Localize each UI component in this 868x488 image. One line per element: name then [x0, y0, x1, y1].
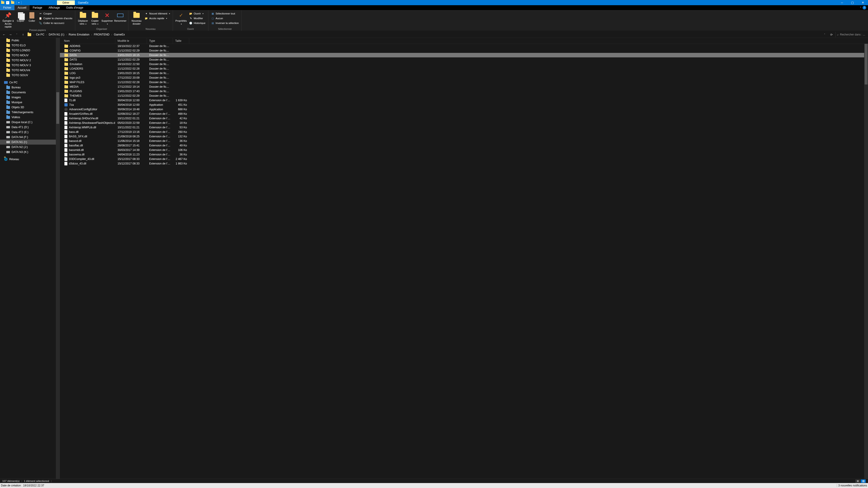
breadcrumb-segment[interactable]: FRONTEND: [93, 33, 110, 36]
file-row[interactable]: DATS11/12/2022 02:29Dossier de fichiers: [60, 57, 868, 62]
breadcrumb[interactable]: › Ce PC› DATA N1 (I:)› Roms Emulation› F…: [27, 32, 821, 37]
sidebar-item[interactable]: Images: [0, 95, 60, 100]
sidebar-item[interactable]: DATA N2 (J:): [0, 144, 60, 150]
new-item-button[interactable]: ✦Nouvel élément▾: [144, 11, 171, 16]
open-button[interactable]: 📂Ouvrir▾: [188, 11, 206, 16]
breadcrumb-segment[interactable]: DATA N1 (I:): [48, 33, 65, 36]
sidebar-item[interactable]: Bureau: [0, 85, 60, 90]
help-icon[interactable]: ?: [863, 6, 866, 9]
file-row[interactable]: ADDINS18/10/2022 22:37Dossier de fichier…: [60, 44, 868, 48]
file-row[interactable]: basscd.dll11/06/2014 15:18Extension de l…: [60, 139, 868, 143]
collapse-ribbon-icon[interactable]: ˄: [860, 6, 861, 9]
sidebar-item[interactable]: TOTO ELO: [0, 43, 60, 48]
sidebar-item[interactable]: Ce PC: [0, 80, 60, 85]
invert-selection-button[interactable]: ▤Inverser la sélection: [210, 21, 240, 25]
sidebar-item[interactable]: DATA N1 (I:): [0, 140, 60, 144]
search-input[interactable]: ⌕ Rechercher dans : ...: [835, 32, 867, 37]
sidebar-item[interactable]: TOTO MOUV 3: [0, 63, 60, 68]
sidebar-item[interactable]: Public: [0, 38, 60, 43]
tab-view[interactable]: Affichage: [45, 5, 63, 10]
refresh-button[interactable]: ⟳: [828, 32, 835, 37]
file-row[interactable]: AdvancedConfigEditor30/09/2014 19:48Appl…: [60, 107, 868, 111]
file-row[interactable]: LOADERS11/12/2022 02:28Dossier de fichie…: [60, 66, 868, 71]
column-name[interactable]: Nom˄: [60, 38, 115, 43]
file-row[interactable]: AxInterop.ShockwaveFlashObjects.dll05/02…: [60, 121, 868, 125]
file-row[interactable]: D3DCompiler_43.dll15/12/2017 08:33Extens…: [60, 157, 868, 161]
breadcrumb-segment[interactable]: GameEx: [113, 33, 126, 36]
sidebar-item[interactable]: Vidéos: [0, 115, 60, 120]
cut-button[interactable]: ✂Couper: [38, 11, 73, 16]
move-to-button[interactable]: Déplacer vers ▾: [77, 11, 89, 27]
select-all-button[interactable]: ▦Sélectionner tout: [210, 11, 240, 16]
easy-access-button[interactable]: 📁Accès rapide▾: [144, 16, 171, 21]
sidebar-item[interactable]: TOTO MOUV: [0, 53, 60, 58]
paste-button[interactable]: Coller: [27, 11, 37, 28]
file-row[interactable]: ArcadeVGARes.dll02/09/2012 18:27Extensio…: [60, 111, 868, 116]
copy-to-button[interactable]: Copier vers ▾: [90, 11, 100, 27]
sidebar-item[interactable]: Data 4T1 (D:): [0, 125, 60, 130]
file-row[interactable]: bass.dll17/12/2019 13:16Extension de l'a…: [60, 130, 868, 134]
tab-image-tools[interactable]: Outils d'image: [63, 5, 87, 10]
sidebar-item[interactable]: Data 4T2 (E:): [0, 130, 60, 135]
sidebar-item[interactable]: DATA N4 (F:): [0, 135, 60, 140]
pin-quick-access-button[interactable]: 📌 Épingler à Accès rapide: [2, 11, 14, 28]
sidebar-item[interactable]: TOTO MOUVé: [0, 68, 60, 73]
file-row[interactable]: BASS_SFX.dll21/09/2018 08:25Extension de…: [60, 134, 868, 139]
sidebar-item[interactable]: Téléchargements: [0, 110, 60, 115]
history-button[interactable]: 🕐Historique: [188, 21, 206, 25]
forward-button[interactable]: →: [8, 32, 13, 37]
sidebar-item[interactable]: 🌐Réseau: [0, 157, 60, 162]
file-row[interactable]: AxInterop.SHDocVw.dll10/11/2022 01:21Ext…: [60, 116, 868, 121]
tab-home[interactable]: Accueil: [14, 5, 30, 10]
address-dropdown[interactable]: ˅: [822, 32, 827, 37]
back-button[interactable]: ←: [1, 32, 7, 37]
sidebar-item[interactable]: TOTO SOUV: [0, 73, 60, 78]
file-row[interactable]: basswma.dll04/04/2016 11:23Extension de …: [60, 152, 868, 157]
sidebar-item[interactable]: DATA N3 (K:): [0, 150, 60, 155]
new-folder-button[interactable]: Nouveau dossier: [130, 11, 143, 27]
column-size[interactable]: Taille: [173, 38, 189, 43]
minimize-button[interactable]: ─: [837, 0, 847, 5]
recent-dropdown[interactable]: ˅: [14, 32, 20, 37]
edit-button[interactable]: ✎Modifier: [188, 16, 206, 21]
up-button[interactable]: ↑: [20, 32, 26, 37]
copy-path-button[interactable]: 📋Copier le chemin d'accès: [38, 16, 73, 21]
view-details-button[interactable]: ≣: [855, 480, 860, 483]
breadcrumb-segment[interactable]: Roms Emulation: [68, 33, 90, 36]
tab-file[interactable]: Fichier: [0, 5, 14, 10]
file-row[interactable]: 7za30/04/2018 12:00Application451 Ko: [60, 103, 868, 107]
file-row[interactable]: THEMES11/12/2022 02:29Dossier de fichier…: [60, 94, 868, 98]
file-row[interactable]: logo ps317/12/2022 20:09Dossier de fichi…: [60, 75, 868, 80]
sidebar-scrollbar[interactable]: [56, 38, 60, 479]
file-row[interactable]: MEDIA17/12/2022 19:14Dossier de fichiers: [60, 85, 868, 89]
breadcrumb-segment[interactable]: Ce PC: [35, 33, 45, 36]
properties-button[interactable]: ✓ Propriétés▾: [175, 11, 187, 27]
tab-share[interactable]: Partage: [30, 5, 45, 10]
file-row[interactable]: Emulation18/10/2022 22:50Dossier de fich…: [60, 62, 868, 66]
file-row[interactable]: AxInterop.WMPLib.dll10/11/2022 01:21Exte…: [60, 125, 868, 130]
sidebar-item[interactable]: TOTO MOUV 2: [0, 58, 60, 63]
file-row[interactable]: MAP FILES11/12/2022 02:28Dossier de fich…: [60, 80, 868, 85]
quick-access-dropdown[interactable]: ▾: [18, 1, 20, 4]
view-large-button[interactable]: ▦: [861, 480, 866, 483]
close-button[interactable]: ✕: [858, 0, 868, 5]
file-row[interactable]: d3dcsx_43.dll15/12/2017 08:33Extension d…: [60, 161, 868, 166]
select-none-button[interactable]: ▢Aucun: [210, 16, 240, 21]
copy-button[interactable]: Copier: [16, 11, 26, 28]
manage-contextual-tab[interactable]: Gérer: [57, 0, 75, 5]
file-row[interactable]: PLUGINS13/01/2023 17:43Dossier de fichie…: [60, 89, 868, 94]
sidebar-item[interactable]: Disque local (C:): [0, 120, 60, 125]
file-row[interactable]: CONFIG11/12/2022 02:29Dossier de fichier…: [60, 48, 868, 53]
delete-button[interactable]: ✕ Supprimer▾: [101, 11, 113, 27]
checkbox-icon[interactable]: ✓: [6, 1, 9, 4]
column-modified[interactable]: Modifié le: [115, 38, 147, 43]
file-row[interactable]: LOG13/01/2023 18:15Dossier de fichiers: [60, 71, 868, 75]
file-row[interactable]: bassflac.dll28/08/2017 15:41Extension de…: [60, 143, 868, 148]
file-scrollbar[interactable]: [864, 44, 868, 479]
maximize-button[interactable]: ▢: [847, 0, 858, 5]
paste-shortcut-button[interactable]: 📎Coller le raccourci: [38, 21, 73, 25]
file-row[interactable]: DATA13/01/2023 18:15Dossier de fichiers: [60, 53, 868, 57]
file-row[interactable]: bassmidi.dll30/03/2017 14:39Extension de…: [60, 148, 868, 152]
column-type[interactable]: Type: [147, 38, 173, 43]
file-row[interactable]: 7z.dll30/04/2018 12:00Extension de l'app…: [60, 98, 868, 103]
